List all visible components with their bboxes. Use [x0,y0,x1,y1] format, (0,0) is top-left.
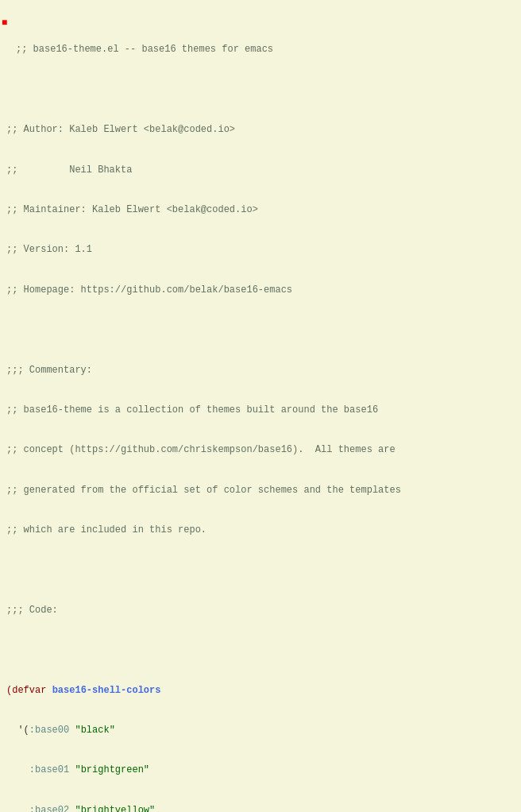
code-buffer: ■ ;; base16-theme.el -- base16 themes fo… [0,0,521,812]
comment-author: ;; Author: Kaleb Elwert <belak@coded.io> [6,123,515,137]
blank-line-2 [6,323,515,337]
comment-code: ;;; Code: [6,604,515,617]
blank-line-1 [6,83,515,97]
comment-version: ;; Version: 1.1 [6,243,515,257]
comment-desc3: ;; generated from the official set of co… [6,484,515,497]
comment-commentary: ;;; Commentary: [6,364,515,377]
emacs-window: ■ ;; base16-theme.el -- base16 themes fo… [0,0,521,812]
comment-homepage: ;; Homepage: https://github.com/belak/ba… [6,284,515,297]
blank-line-4 [6,644,515,657]
comment-line-1: ;; base16-theme.el -- base16 themes for … [6,43,515,56]
base02-line: :base02 "brightyellow" [6,804,515,812]
comment-desc2: ;; concept (https://github.com/chriskemp… [6,443,515,457]
blank-line-3 [6,563,515,577]
red-marker: ■ [2,17,7,30]
defvar-line: (defvar base16-shell-colors [6,684,515,698]
comment-desc4: ;; which are included in this repo. [6,524,515,537]
base00-line: '(:base00 "black" [6,724,515,737]
base01-line: :base01 "brightgreen" [6,764,515,777]
comment-desc1: ;; base16-theme is a collection of theme… [6,404,515,417]
comment-maintainer: ;; Maintainer: Kaleb Elwert <belak@coded… [6,203,515,217]
comment-neil: ;; Neil Bhakta [6,164,515,177]
